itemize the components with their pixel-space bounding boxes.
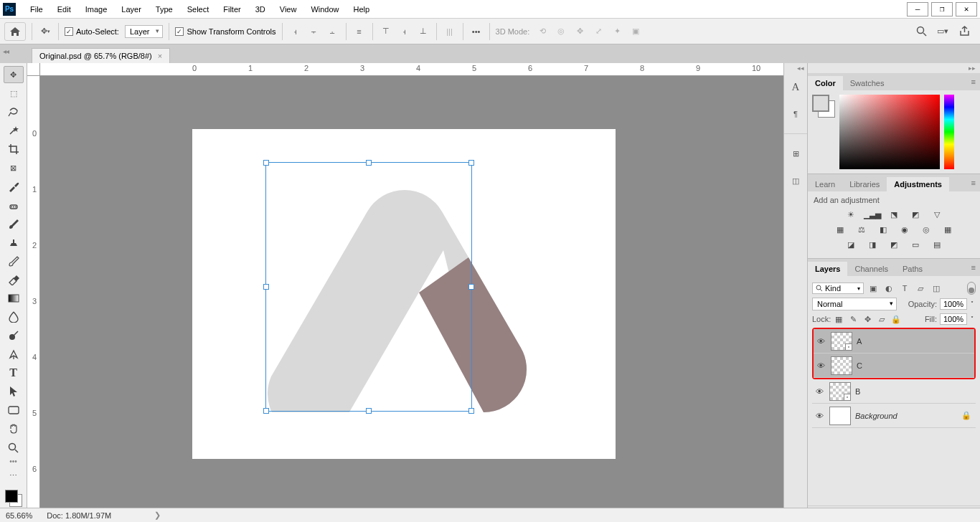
menu-3d[interactable]: 3D [248, 2, 273, 16]
distribute-bottom-icon[interactable]: ⊥ [416, 24, 430, 39]
character-panel-icon[interactable]: A [788, 79, 804, 95]
canvas-area[interactable]: 012345678910 0123456 [27, 63, 783, 522]
exposure-icon[interactable]: ◩ [908, 209, 923, 220]
pen-tool[interactable] [4, 346, 24, 363]
layer-item-c[interactable]: 👁 C [814, 353, 974, 378]
color-swatch[interactable] [5, 490, 22, 507]
layer-item-b[interactable]: 👁 ▫ B [812, 379, 976, 404]
posterize-icon[interactable]: ◨ [865, 239, 880, 250]
ruler-vertical[interactable]: 0123456 [27, 76, 40, 522]
maximize-button[interactable]: ❐ [931, 2, 953, 16]
healing-brush-tool[interactable] [4, 196, 24, 214]
align-horizontal-icon[interactable]: ≡ [352, 24, 367, 39]
hue-slider[interactable] [944, 95, 954, 169]
properties-panel-icon[interactable]: ◫ [788, 173, 804, 189]
blur-tool[interactable] [4, 308, 24, 326]
layer-thumbnail[interactable]: ▫ [829, 382, 851, 401]
color-panel-menu-icon[interactable]: ≡ [971, 77, 976, 86]
tab-adjustments[interactable]: Adjustments [887, 177, 949, 191]
opacity-input[interactable]: 100% [940, 298, 967, 310]
gradient-tool[interactable] [4, 290, 24, 307]
frame-tool[interactable]: ⊠ [4, 159, 24, 176]
magic-wand-tool[interactable] [4, 122, 24, 139]
bw-icon[interactable]: ◧ [876, 224, 890, 235]
edit-toolbar-icon[interactable]: ⋯ [4, 467, 24, 484]
dodge-tool[interactable] [4, 327, 24, 344]
zoom-level[interactable]: 65.66% [6, 511, 32, 520]
menu-filter[interactable]: Filter [216, 2, 248, 16]
lock-transparency-icon[interactable]: ▦ [834, 314, 844, 324]
color-lookup-icon[interactable]: ▦ [941, 224, 955, 235]
handle-nw[interactable] [263, 160, 269, 166]
visibility-toggle[interactable]: 👁 [814, 387, 825, 396]
menu-view[interactable]: View [273, 2, 304, 16]
filter-shape-icon[interactable]: ▱ [914, 283, 927, 294]
ruler-origin[interactable] [27, 63, 40, 76]
brightness-contrast-icon[interactable]: ☀ [844, 209, 858, 220]
lasso-tool[interactable] [4, 103, 24, 120]
more-options-icon[interactable]: ••• [469, 24, 484, 39]
tab-color[interactable]: Color [808, 76, 843, 90]
close-button[interactable]: ✕ [956, 2, 977, 16]
rectangle-tool[interactable] [4, 402, 24, 419]
threshold-icon[interactable]: ◩ [887, 239, 901, 250]
visibility-toggle[interactable]: 👁 [815, 337, 826, 346]
distribute-middle-icon[interactable]: ⫞ [397, 24, 412, 39]
document-tab[interactable]: Original.psd @ 65.7% (RGB/8#) × [32, 48, 170, 63]
handle-w[interactable] [263, 284, 269, 290]
marquee-tool[interactable]: ⬚ [4, 85, 24, 102]
tab-grip-icon[interactable]: ◂◂ [3, 47, 9, 55]
photo-filter-icon[interactable]: ◉ [897, 224, 912, 235]
zoom-tool[interactable] [4, 439, 24, 456]
move-tool-icon[interactable]: ✥▾ [38, 24, 52, 39]
handle-e[interactable] [468, 284, 474, 290]
align-right-icon[interactable]: ⫠ [326, 24, 340, 39]
handle-sw[interactable] [263, 408, 269, 414]
expand-strip-icon[interactable]: ◂◂ [797, 65, 804, 72]
menu-select[interactable]: Select [180, 2, 217, 16]
vibrance-icon[interactable]: ▽ [930, 209, 944, 220]
distribute-top-icon[interactable]: ⊤ [379, 24, 393, 39]
color-balance-icon[interactable]: ⚖ [854, 224, 869, 235]
clone-stamp-tool[interactable] [4, 234, 24, 251]
tab-learn[interactable]: Learn [808, 177, 842, 191]
filter-adjustment-icon[interactable]: ◐ [882, 283, 895, 294]
handle-s[interactable] [366, 408, 372, 414]
lock-icon[interactable]: 🔒 [961, 411, 971, 420]
layer-filter-type[interactable]: Kind▾ [812, 283, 864, 294]
menu-help[interactable]: Help [347, 2, 377, 16]
distribute-spacing-icon[interactable]: ||| [443, 24, 457, 39]
auto-select-checkbox[interactable]: ✓Auto-Select: [65, 27, 119, 36]
menu-layer[interactable]: Layer [114, 2, 149, 16]
curves-icon[interactable]: ⬔ [887, 209, 901, 220]
layer-thumbnail[interactable] [829, 407, 851, 425]
menu-file[interactable]: File [23, 2, 50, 16]
home-button[interactable] [4, 22, 26, 41]
lock-pixels-icon[interactable]: ✎ [848, 314, 858, 324]
tab-layers[interactable]: Layers [808, 262, 847, 276]
menu-window[interactable]: Window [303, 2, 346, 16]
paragraph-panel-icon[interactable]: ¶ [788, 106, 804, 122]
glyphs-panel-icon[interactable]: ⊞ [788, 146, 804, 161]
filter-smart-icon[interactable]: ◫ [930, 283, 943, 294]
hue-sat-icon[interactable]: ▦ [833, 224, 847, 235]
tab-channels[interactable]: Channels [847, 262, 895, 276]
hand-tool[interactable] [4, 420, 24, 437]
lock-position-icon[interactable]: ✥ [862, 314, 872, 324]
gradient-map-icon[interactable]: ▭ [908, 239, 923, 250]
lock-artboard-icon[interactable]: ▱ [877, 314, 887, 324]
layer-item-a[interactable]: 👁 ▫ A [814, 329, 974, 353]
align-center-h-icon[interactable]: ⫟ [307, 24, 321, 39]
filter-pixel-icon[interactable]: ▣ [867, 283, 880, 294]
path-selection-tool[interactable] [4, 383, 24, 400]
handle-n[interactable] [366, 160, 372, 166]
minimize-button[interactable]: — [907, 2, 928, 16]
channel-mixer-icon[interactable]: ◎ [919, 224, 933, 235]
show-transform-checkbox[interactable]: ✓Show Transform Controls [175, 27, 275, 36]
type-tool[interactable]: T [4, 364, 24, 381]
eraser-tool[interactable] [4, 271, 24, 288]
invert-icon[interactable]: ◪ [844, 239, 858, 250]
menu-type[interactable]: Type [149, 2, 180, 16]
handle-se[interactable] [468, 408, 474, 414]
blend-mode-select[interactable]: Normal [812, 298, 897, 310]
